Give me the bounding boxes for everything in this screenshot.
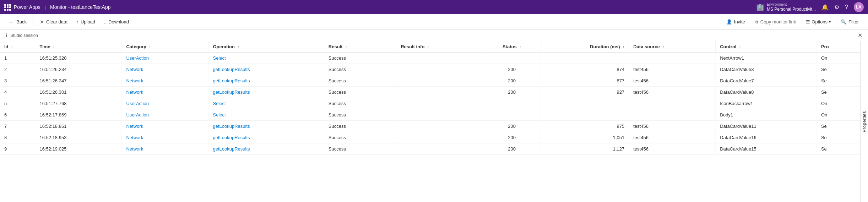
cell-category: UserAction (122, 98, 208, 109)
cell-result: Success (324, 121, 396, 132)
col-result[interactable]: Result ↕ (324, 41, 396, 53)
col-time[interactable]: Time ↕ (35, 41, 122, 53)
cell-duration: 1,127 (541, 143, 629, 155)
cell-result: Success (324, 64, 396, 75)
col-operation[interactable]: Operation ↕ (208, 41, 324, 53)
header-row: Id ↕ Time ↕ Category ↕ Operation ↕ Resul… (0, 41, 860, 53)
upload-label: Upload (81, 19, 95, 24)
cell-result: Success (324, 87, 396, 98)
cell-category: UserAction (122, 109, 208, 121)
cell-prop: On (817, 109, 860, 121)
copy-icon: ⧉ (755, 20, 758, 24)
environment-name: MS Personal Productivit... (767, 7, 816, 12)
session-close-button[interactable]: ✕ (858, 32, 862, 39)
cell-id: 8 (0, 132, 35, 143)
cell-time: 16:51:27.768 (35, 98, 122, 109)
copy-monitor-button[interactable]: ⧉ Copy monitor link (752, 17, 799, 27)
cell-status: 200 (483, 87, 541, 98)
cell-prop: Se (817, 132, 860, 143)
options-button[interactable]: ☰ Options ▾ (802, 17, 834, 27)
cell-id: 3 (0, 75, 35, 87)
cell-control: Body1 (716, 109, 817, 121)
table-row[interactable]: 7 16:52:18.861 Network getLookupResults … (0, 121, 860, 132)
main-content: Id ↕ Time ↕ Category ↕ Operation ↕ Resul… (0, 41, 868, 202)
cell-duration: 877 (541, 75, 629, 87)
col-result-info[interactable]: Result info ↕ (396, 41, 483, 53)
filter-icon: 🔍 (841, 19, 846, 24)
table-row[interactable]: 6 16:52:17.869 UserAction Select Success… (0, 109, 860, 121)
col-control[interactable]: Control ↕ (716, 41, 817, 53)
cell-result-info (396, 64, 483, 75)
table-row[interactable]: 2 16:51:26.234 Network getLookupResults … (0, 64, 860, 75)
cell-data-source: test456 (629, 87, 716, 98)
clear-icon: ✕ (40, 19, 44, 25)
back-icon: ← (9, 19, 14, 25)
cell-time: 16:51:26.301 (35, 87, 122, 98)
monitor-title: Monitor - testLanceTestApp (50, 4, 110, 10)
table-row[interactable]: 8 16:52:18.953 Network getLookupResults … (0, 132, 860, 143)
cell-result-info (396, 121, 483, 132)
table-row[interactable]: 4 16:51:26.301 Network getLookupResults … (0, 87, 860, 98)
top-bar: Power Apps | Monitor - testLanceTestApp … (0, 0, 868, 14)
notifications-button[interactable]: 🔔 (821, 4, 829, 11)
top-bar-right: 🏢 Environment MS Personal Productivit...… (756, 2, 864, 12)
toolbar-divider-1 (33, 18, 33, 26)
cell-result: Success (324, 109, 396, 121)
cell-category: Network (122, 87, 208, 98)
properties-panel-label: Properties (862, 111, 867, 132)
apps-grid-icon[interactable] (4, 4, 11, 11)
table-header: Id ↕ Time ↕ Category ↕ Operation ↕ Resul… (0, 41, 860, 53)
data-table-area[interactable]: Id ↕ Time ↕ Category ↕ Operation ↕ Resul… (0, 41, 860, 202)
col-status[interactable]: Status ↕ (483, 41, 541, 53)
cell-control: DataCardValue11 (716, 121, 817, 132)
cell-status: 200 (483, 121, 541, 132)
col-data-source[interactable]: Data source ↕ (629, 41, 716, 53)
cell-result: Success (324, 98, 396, 109)
cell-time: 16:52:19.025 (35, 143, 122, 155)
cell-operation: getLookupResults (208, 132, 324, 143)
table-row[interactable]: 5 16:51:27.768 UserAction Select Success… (0, 98, 860, 109)
table-row[interactable]: 1 16:51:25.320 UserAction Select Success… (0, 53, 860, 64)
cell-control: DataCardValue15 (716, 143, 817, 155)
download-button[interactable]: ↓ Download (100, 17, 132, 27)
filter-button[interactable]: 🔍 Filter (837, 17, 862, 27)
invite-button[interactable]: 👤 Invite (723, 17, 749, 27)
clear-data-button[interactable]: ✕ Clear data (36, 17, 71, 27)
col-duration[interactable]: Duration (ms) ↕ (541, 41, 629, 53)
cell-result: Success (324, 53, 396, 64)
cell-duration: 1,051 (541, 132, 629, 143)
cell-status (483, 53, 541, 64)
cell-operation: Select (208, 98, 324, 109)
cell-data-source: test456 (629, 75, 716, 87)
cell-operation: getLookupResults (208, 121, 324, 132)
environment-selector[interactable]: 🏢 Environment MS Personal Productivit... (756, 2, 816, 12)
cell-operation: Select (208, 109, 324, 121)
cell-id: 5 (0, 98, 35, 109)
help-button[interactable]: ? (845, 4, 848, 10)
table-row[interactable]: 9 16:52:19.025 Network getLookupResults … (0, 143, 860, 155)
cell-operation: getLookupResults (208, 143, 324, 155)
copy-monitor-label: Copy monitor link (760, 19, 796, 24)
cell-status (483, 98, 541, 109)
cell-control: IconBackarrow1 (716, 98, 817, 109)
back-button[interactable]: ← Back (6, 17, 30, 27)
download-label: Download (108, 19, 129, 24)
col-prop: Pro (817, 41, 860, 53)
col-id[interactable]: Id ↕ (0, 41, 35, 53)
properties-panel[interactable]: Properties (860, 41, 868, 202)
table-row[interactable]: 3 16:51:26.247 Network getLookupResults … (0, 75, 860, 87)
user-avatar[interactable]: LA (854, 2, 864, 12)
download-icon: ↓ (104, 19, 106, 25)
cell-data-source (629, 53, 716, 64)
cell-prop: Se (817, 64, 860, 75)
cell-result: Success (324, 132, 396, 143)
options-icon: ☰ (806, 19, 810, 24)
col-category[interactable]: Category ↕ (122, 41, 208, 53)
cell-time: 16:52:17.869 (35, 109, 122, 121)
cell-prop: Se (817, 121, 860, 132)
cell-operation: getLookupResults (208, 87, 324, 98)
settings-button[interactable]: ⚙ (834, 4, 839, 11)
cell-category: Network (122, 75, 208, 87)
upload-button[interactable]: ↑ Upload (72, 17, 99, 27)
cell-prop: On (817, 53, 860, 64)
